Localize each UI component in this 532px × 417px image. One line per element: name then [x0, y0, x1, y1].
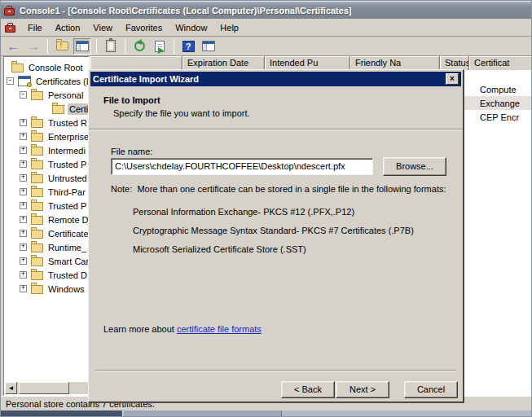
file-name-label: File name:	[111, 147, 152, 156]
expand-icon[interactable]: +	[20, 119, 27, 126]
tree-item-enterprise[interactable]: +Enterprise	[5, 129, 89, 143]
next-button[interactable]: Next >	[336, 381, 389, 398]
tree-item-certif[interactable]: Certif	[5, 102, 89, 116]
scroll-left-arrow-icon[interactable]: ◄	[5, 382, 17, 394]
tree-item-third-par[interactable]: +Third-Par	[5, 185, 89, 199]
folder-icon	[31, 119, 43, 128]
tree-item-trusted-r[interactable]: +Trusted R	[5, 116, 89, 129]
tree-item-trusted-p[interactable]: +Trusted P	[5, 157, 89, 171]
column-header-certificat[interactable]: Certificat	[469, 56, 531, 70]
collapse-icon[interactable]: -	[7, 77, 14, 85]
forward-icon[interactable]: →	[24, 38, 42, 55]
expand-icon[interactable]: +	[20, 160, 27, 168]
mmc-menu-icon[interactable]	[5, 23, 16, 33]
scrollbar-thumb[interactable]	[19, 382, 69, 394]
menu-help[interactable]: Help	[213, 20, 245, 35]
taskbar-sliver	[1, 410, 531, 416]
tree-item-label: Trusted P	[46, 200, 88, 212]
tree-item-trusted-p[interactable]: +Trusted P	[5, 199, 89, 213]
browse-button[interactable]: Browse...	[383, 157, 446, 176]
folder-icon	[31, 174, 43, 183]
file-name-input[interactable]: C:\Users\chdelay.FOURTHCOFFEE\Desktop\nd…	[111, 158, 373, 175]
tree-item-label: Trusted R	[46, 117, 89, 129]
tree-item-certificate[interactable]: +Certificate	[5, 226, 89, 240]
column-header-expiration-date[interactable]: Expiration Date	[182, 56, 265, 70]
menu-file[interactable]: File	[21, 20, 49, 35]
expand-icon[interactable]: +	[20, 216, 27, 223]
learn-more-line: Learn more about certificate file format…	[103, 324, 262, 334]
export-list-icon[interactable]	[151, 38, 169, 55]
tree-item-label: Trusted P	[46, 159, 88, 170]
expand-icon[interactable]: +	[20, 244, 27, 251]
tree-item-untrusted[interactable]: +Untrusted	[5, 171, 89, 185]
tree-item-label: Personal	[46, 90, 85, 101]
expand-icon[interactable]: +	[20, 230, 27, 237]
tree-item-runtime[interactable]: +Runtime_	[5, 240, 89, 254]
formats-note: Note: More than one certificate can be s…	[111, 184, 446, 194]
certificates-snapin-icon	[18, 76, 31, 86]
folder-icon	[31, 91, 43, 100]
cancel-button[interactable]: Cancel	[404, 381, 458, 398]
expand-icon[interactable]: +	[20, 174, 27, 182]
expand-icon[interactable]: +	[20, 133, 27, 140]
column-header-name[interactable]	[90, 56, 182, 70]
tree-item-label: Smart Car	[46, 256, 89, 267]
show-hide-console-tree-icon[interactable]	[73, 38, 91, 55]
expand-icon[interactable]: +	[20, 202, 27, 209]
tree-item-label: Certificate	[46, 228, 89, 239]
window-titlebar[interactable]: Console1 - [Console Root\Certificates (L…	[1, 1, 531, 19]
folder-icon	[31, 271, 43, 280]
wizard-page-subheading: Specify the file you want to import.	[113, 108, 250, 118]
tree-item-personal[interactable]: -Personal	[5, 88, 89, 102]
collapse-icon[interactable]: -	[20, 91, 27, 99]
tree-item-remote-d[interactable]: +Remote D	[5, 213, 89, 226]
menu-window[interactable]: Window	[169, 20, 213, 35]
dialog-title: Certificate Import Wizard	[93, 74, 446, 84]
back-button[interactable]: < Back	[281, 381, 335, 398]
expand-icon[interactable]: +	[20, 188, 27, 195]
up-one-level-icon[interactable]: ↑	[53, 38, 71, 55]
certificate-template-cell: Exchange	[480, 99, 520, 108]
close-icon[interactable]: ×	[446, 73, 459, 85]
expand-icon[interactable]: +	[20, 257, 27, 265]
dialog-titlebar[interactable]: Certificate Import Wizard ×	[90, 72, 461, 86]
certificate-file-formats-link[interactable]: certificate file formats	[177, 324, 262, 334]
folder-icon	[31, 160, 43, 169]
tree-item-console-root[interactable]: Console Root	[5, 60, 89, 74]
certificate-template-cell: CEP Encr	[480, 112, 519, 122]
new-window-icon[interactable]	[200, 38, 218, 55]
column-header-status[interactable]: Status	[440, 56, 469, 70]
menu-view[interactable]: View	[86, 20, 119, 35]
paste-icon[interactable]	[102, 38, 120, 55]
tree-item-label: Remote D	[46, 214, 89, 226]
tree-item-windows[interactable]: +Windows	[5, 282, 89, 296]
tree-item-label: Console Root	[27, 62, 85, 73]
folder-icon	[31, 147, 43, 156]
expand-icon[interactable]: +	[20, 285, 27, 292]
help-icon[interactable]: ?	[179, 38, 197, 55]
back-icon[interactable]: ←	[4, 38, 22, 55]
tree-item-label: Certif	[68, 103, 89, 115]
column-header-friendly-na[interactable]: Friendly Na	[350, 56, 440, 70]
tree-item-certificates-l[interactable]: -Certificates (L	[5, 74, 89, 88]
expand-icon[interactable]: +	[20, 147, 27, 154]
tree-item-smart-car[interactable]: +Smart Car	[5, 254, 89, 268]
tree-item-intermedi[interactable]: +Intermedi	[5, 143, 89, 157]
tree-item-label: Intermedi	[46, 145, 87, 156]
folder-icon	[31, 188, 43, 197]
tree-item-trusted-d[interactable]: +Trusted D	[5, 268, 89, 282]
tree-item-label: Certificates (L	[34, 76, 89, 87]
refresh-icon[interactable]	[130, 38, 148, 55]
dialog-separator	[89, 129, 463, 130]
menu-action[interactable]: Action	[49, 20, 87, 35]
list-column-headers: Expiration DateIntended PuFriendly NaSta…	[90, 56, 531, 70]
folder-icon	[31, 285, 43, 294]
mmc-window: Console1 - [Console Root\Certificates (L…	[0, 0, 532, 417]
format-sst: Microsoft Serialized Certificate Store (…	[133, 244, 306, 254]
tree-item-label: Enterprise	[46, 131, 89, 143]
column-header-intended-pu[interactable]: Intended Pu	[265, 56, 350, 70]
certificate-template-cell: Compute	[480, 85, 517, 94]
menu-favorites[interactable]: Favorites	[119, 20, 169, 35]
expand-icon[interactable]: +	[20, 271, 27, 279]
tree-horizontal-scrollbar[interactable]: ◄	[5, 382, 88, 394]
